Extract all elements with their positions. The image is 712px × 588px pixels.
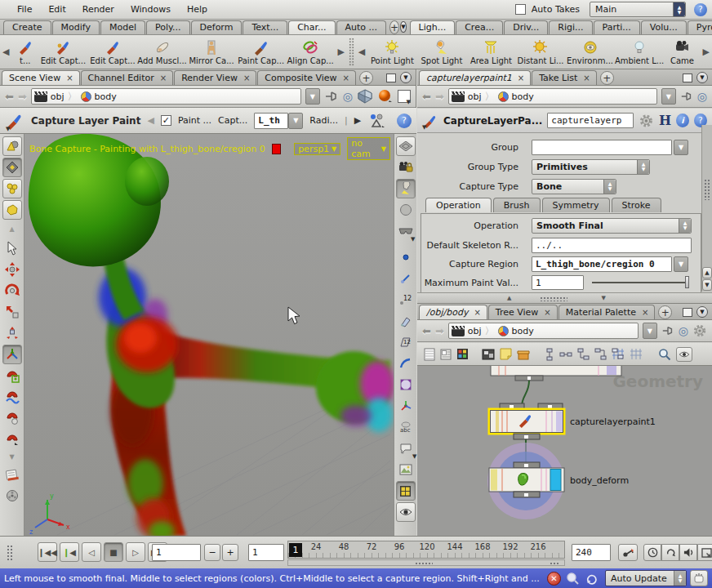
frame-field[interactable]: 1	[152, 544, 201, 561]
point-numbers-icon[interactable]: 12	[396, 290, 416, 310]
pane-maximize-icon[interactable]	[386, 74, 396, 82]
play-reverse-button[interactable]: ◁	[82, 542, 101, 562]
status-magnify-icon[interactable]	[565, 571, 580, 586]
shelf-tool-mirror-capture[interactable]: Mirror Ca...	[187, 39, 237, 65]
shelf-tab-texture[interactable]: Text...	[243, 20, 287, 34]
film-reel-icon[interactable]	[2, 486, 22, 506]
align-horizontal-icon[interactable]	[559, 350, 572, 359]
shelf-tool-paint-capture[interactable]: Paint Cap...	[236, 39, 286, 65]
forward-icon[interactable]: ➡	[435, 91, 444, 103]
expand-right-icon[interactable]: ▶	[354, 115, 361, 126]
shelf-tool-spot-light[interactable]: Spot Light	[417, 39, 467, 65]
paint-checkbox[interactable]: ✓	[161, 115, 171, 126]
path-dropdown-icon[interactable]: ▼	[661, 88, 676, 105]
shelf-tool-camera[interactable]: Came	[664, 39, 700, 65]
node-capturelayerpaint1[interactable]: capturelayerpaint1	[489, 403, 656, 439]
shelf2-scroll-right-icon[interactable]: ▶	[701, 47, 712, 57]
menu-windows[interactable]: Windows	[123, 2, 178, 16]
timeline-scrollbar[interactable]	[287, 559, 565, 566]
forward-icon[interactable]: ➡	[18, 91, 27, 103]
current-tool-icon[interactable]: ▼	[5, 112, 24, 130]
snap-curve-icon[interactable]	[2, 387, 22, 407]
pane-menu-icon[interactable]: ▼	[400, 72, 412, 83]
shelf-tab-create[interactable]: Create	[3, 20, 51, 34]
scroll-down-icon[interactable]: ▼	[702, 279, 712, 291]
viewport-3d[interactable]: y x z Bone Capture - Painting with L_thi…	[24, 134, 394, 536]
shelf-tab-particles[interactable]: Parti...	[594, 20, 640, 34]
menu-render[interactable]: Render	[75, 2, 122, 16]
network-eye-icon[interactable]	[676, 347, 692, 362]
audio-icon[interactable]	[679, 544, 697, 561]
goto-start-button[interactable]: ❙◀◀	[38, 542, 57, 562]
shelf-tab-volume[interactable]: Volu...	[641, 20, 687, 34]
new-tab-icon[interactable]: +	[600, 71, 614, 85]
tab-composite-view[interactable]: Composite View×	[257, 70, 356, 85]
select-primitives-icon[interactable]	[2, 200, 22, 220]
connect-down-icon[interactable]	[577, 348, 590, 360]
shelf-tab-poly[interactable]: Poly...	[146, 20, 189, 34]
shelf-tab-rigid[interactable]: Rigi...	[549, 20, 592, 34]
capture-region-input[interactable]: L_thigh_bone/cregion 0	[532, 256, 672, 272]
pin-icon[interactable]	[324, 91, 339, 102]
camera-lock-icon[interactable]	[396, 158, 416, 177]
radial-menu-icon[interactable]: ◎	[697, 91, 707, 102]
shelf-divider[interactable]	[349, 38, 354, 66]
path-dropdown-icon[interactable]: ▼	[643, 323, 657, 339]
max-paint-input[interactable]: 1	[532, 275, 584, 290]
params-scrollbar[interactable]: ▲ ▼	[701, 125, 712, 292]
path-node[interactable]: body	[512, 326, 534, 336]
close-icon[interactable]: ×	[474, 308, 480, 317]
toolbar-section-icon[interactable]: ▼	[9, 453, 14, 461]
houdini-logo-icon[interactable]: H	[659, 113, 671, 128]
connect-across-icon[interactable]	[594, 348, 607, 360]
close-icon[interactable]: ×	[518, 74, 524, 82]
memory-monitor-icon[interactable]	[690, 570, 708, 586]
skeleton-root-input[interactable]: ../..	[532, 238, 692, 253]
translate-tool-icon[interactable]	[2, 260, 22, 279]
show-points-icon[interactable]	[396, 247, 416, 267]
toolbar-scroll-up-icon[interactable]: ▲	[9, 225, 14, 233]
play-forward-button[interactable]: ▷	[126, 542, 145, 562]
path-node[interactable]: body	[95, 91, 117, 102]
loop-mode-icon[interactable]	[661, 544, 679, 561]
auto-takes-checkbox[interactable]	[515, 4, 526, 15]
show-normals-icon[interactable]	[396, 269, 416, 288]
set-key-button[interactable]	[618, 544, 638, 561]
grid-snap-off-icon[interactable]	[630, 348, 642, 360]
keyframe-pad-icon[interactable]	[2, 465, 22, 484]
close-icon[interactable]: ×	[243, 74, 250, 82]
select-tool-icon[interactable]	[2, 238, 22, 258]
node-name-input[interactable]: capturelayerp	[547, 113, 634, 128]
shelf-tab-modify[interactable]: Modify	[52, 20, 100, 34]
error-badge-icon[interactable]: ✕	[547, 572, 561, 586]
view-layout-icon[interactable]	[396, 136, 416, 156]
select-objects-icon[interactable]	[2, 136, 22, 156]
gear-icon[interactable]	[692, 323, 707, 338]
new-tab-icon[interactable]: +	[658, 305, 672, 319]
pose-tool-icon[interactable]	[2, 323, 22, 343]
params-bottom-splitter[interactable]: ▲ ▼	[417, 292, 712, 303]
scroll-up-icon[interactable]: ▲	[702, 267, 712, 278]
magnify-icon[interactable]	[658, 348, 671, 361]
back-icon[interactable]: ⬅	[5, 91, 14, 103]
comment-bubble-icon[interactable]: ▼	[396, 439, 416, 458]
shelf-tab-auto[interactable]: Auto ...	[336, 20, 387, 34]
pin-icon[interactable]	[680, 91, 693, 102]
select-points-icon[interactable]	[2, 179, 22, 198]
info-icon[interactable]: i	[676, 114, 689, 127]
collapse-left-icon[interactable]: ◀	[147, 115, 154, 126]
update-mode-spinner[interactable]: ▲▼	[674, 571, 686, 586]
playbar-grip[interactable]	[7, 545, 13, 561]
end-frame-field[interactable]: 240	[572, 544, 611, 561]
shelf-tool-distant-light[interactable]: Distant Li...	[516, 39, 566, 65]
stereo-view-icon[interactable]: ▼	[396, 221, 416, 241]
shelf-add-icon[interactable]: +	[389, 20, 399, 34]
back-icon[interactable]: ⬅	[422, 325, 431, 337]
shelf-tab-lights[interactable]: Ligh...	[410, 20, 456, 34]
close-icon[interactable]: ×	[343, 74, 349, 82]
frame-decrement-button[interactable]: −	[204, 544, 220, 561]
close-icon[interactable]: ×	[66, 74, 73, 82]
tab-obj-body[interactable]: /obj/body×	[419, 305, 487, 319]
shelf-tool-area-light[interactable]: Area Light	[466, 39, 516, 65]
shading-mode-icon[interactable]	[396, 200, 416, 220]
